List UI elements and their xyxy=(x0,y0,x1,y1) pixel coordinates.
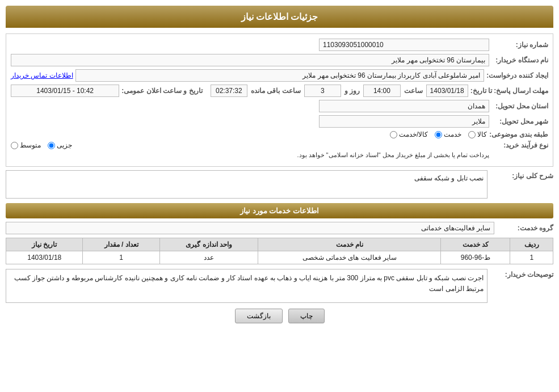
page-title: جزئیات اطلاعات نیاز xyxy=(6,6,553,28)
back-button[interactable]: بازگشت xyxy=(235,309,283,323)
saat-mande-value: 02:37:32 xyxy=(211,85,247,97)
tarikh-value: 1403/01/18 xyxy=(426,85,468,97)
ostan-label: استان محل تحویل: xyxy=(491,102,548,110)
ijad-konande-label: ایجاد کننده درخواست: xyxy=(486,71,548,79)
ostan-value: همدان xyxy=(319,100,489,112)
nooe-farayand-radio-jozi[interactable]: جزیی xyxy=(48,141,72,149)
table-cell-vahed: عدد xyxy=(159,251,258,264)
shomara-niaz-label: شماره نیاز: xyxy=(491,41,548,49)
table-header-tedad: تعداد / مقدار xyxy=(83,238,159,251)
table-cell-nam: سایر فعالیت های خدماتی شخصی xyxy=(258,251,441,264)
nam-dastgah-label: نام دستگاه خریدار: xyxy=(491,56,548,64)
rooz-label: روز و xyxy=(344,87,360,95)
tabaqe-radio-group: کالا/خدمت خدمت کالا xyxy=(390,130,487,138)
tosif-value: اجرت نصب شبکه و تابل سقفی pvc به متراز 3… xyxy=(6,269,487,303)
shomara-niaz-value: 1103093051000010 xyxy=(319,39,489,51)
nooe-farayand-label: نوع فرآیند خرید: xyxy=(491,141,548,149)
table-header-tarikh: تاریخ نیاز xyxy=(6,238,83,251)
shahr-value: ملایر xyxy=(319,115,489,128)
sharh-koli-value: نصب تابل و شبکه سقفی xyxy=(6,170,487,199)
sharh-koli-label: شرح کلی نیاز: xyxy=(491,170,553,180)
tabaqe-radio-khadamat[interactable]: خدمت xyxy=(435,130,461,138)
service-info-header: اطلاعات خدمات مورد نیاز xyxy=(6,203,553,218)
mohlat-label: مهلت ارسال پاسخ: تا تاریخ: xyxy=(470,87,548,95)
saat-mande-label: ساعت باقی مانده xyxy=(251,87,301,95)
nam-dastgah-value: بیمارستان 96 تختخوابی مهر ملایر xyxy=(11,54,489,66)
table-header-nam: نام خدمت xyxy=(258,238,441,251)
tarikh-elan-label: تاریخ و ساعت اعلان عمومی: xyxy=(121,87,202,95)
table-cell-kod: ط-96-960 xyxy=(441,251,510,264)
print-button[interactable]: چاپ xyxy=(288,309,325,323)
table-header-radif: ردیف xyxy=(510,238,553,251)
tabaqe-radio-kala[interactable]: کالا xyxy=(468,130,487,138)
shahr-label: شهر محل تحویل: xyxy=(491,117,548,125)
group-khadamat-value: سایر فعالیت‌های خدماتی xyxy=(6,222,494,234)
saat-label: ساعت xyxy=(404,87,423,95)
tosif-label: توصیحات خریدار: xyxy=(491,269,553,279)
service-table: ردیف کد خدمت نام خدمت واحد اندازه گیری ت… xyxy=(6,238,553,264)
tabaqe-label: طبقه بندی موضوعی: xyxy=(489,130,548,138)
etelaat-tamas-link[interactable]: اطلاعات تماس خریدار xyxy=(11,71,73,79)
table-cell-tedad: 1 xyxy=(83,251,159,264)
table-header-kod: کد خدمت xyxy=(441,238,510,251)
table-row: 1 ط-96-960 سایر فعالیت های خدماتی شخصی ع… xyxy=(6,251,553,264)
group-khadamat-label: گروه خدمت: xyxy=(497,224,553,232)
rooz-value: 3 xyxy=(304,85,341,97)
tabaqe-radio-kala-khadamat[interactable]: کالا/خدمت xyxy=(390,130,428,138)
nooe-farayand-radio-motevaset[interactable]: متوسط xyxy=(11,141,41,149)
nooe-farayand-notice: پرداخت تمام یا بخشی از مبلغ خریداز محل "… xyxy=(11,151,489,159)
table-cell-radif: 1 xyxy=(510,251,553,264)
saat-value: 14:00 xyxy=(363,85,400,97)
table-header-vahed: واحد اندازه گیری xyxy=(159,238,258,251)
tarikh-elan-value: 1403/01/15 - 10:42 xyxy=(11,85,119,97)
ijad-konande-value: امیر شاملوعلی آبادی کاربرداز بیمارستان 9… xyxy=(75,69,485,82)
table-cell-tarikh: 1403/01/18 xyxy=(6,251,83,264)
button-row: چاپ بازگشت xyxy=(6,309,553,323)
